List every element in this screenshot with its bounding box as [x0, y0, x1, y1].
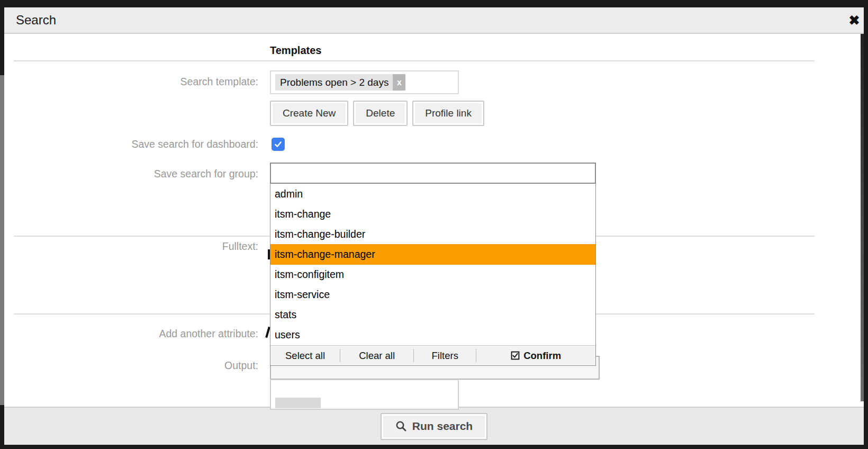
- dropdown-option-users[interactable]: users: [270, 325, 595, 345]
- save-dashboard-label: Save search for dashboard:: [14, 138, 258, 150]
- confirm-link[interactable]: Confirm: [476, 346, 595, 365]
- confirm-label: Confirm: [523, 350, 561, 362]
- output-select[interactable]: [270, 379, 459, 410]
- page-edge-artifact: [0, 405, 4, 449]
- page-frame-bottom: [0, 445, 868, 449]
- dropdown-option-itsm-change-manager[interactable]: itsm-change-manager: [270, 244, 595, 264]
- close-icon[interactable]: ✖: [845, 11, 863, 30]
- save-group-dropdown: admin itsm-change itsm-change-builder it…: [270, 184, 596, 366]
- profile-link-button[interactable]: Profile link: [412, 101, 484, 126]
- delete-button[interactable]: Delete: [353, 101, 408, 126]
- dropdown-option-stats[interactable]: stats: [270, 305, 595, 325]
- search-template-label: Search template:: [14, 76, 258, 88]
- checked-box-icon: [511, 351, 520, 360]
- output-tag: [275, 398, 321, 408]
- create-new-button[interactable]: Create New: [270, 101, 348, 126]
- run-search-button[interactable]: Run search: [381, 413, 487, 440]
- templates-heading: Templates: [270, 44, 321, 57]
- dropdown-option-itsm-change[interactable]: itsm-change: [270, 204, 595, 224]
- fulltext-label: Fulltext:: [14, 240, 258, 253]
- dropdown-option-itsm-configitem[interactable]: itsm-configitem: [270, 265, 595, 285]
- dialog-body: Templates Search template: Problems open…: [4, 34, 861, 407]
- page-edge-artifact: [861, 34, 864, 401]
- checkmark-icon: [274, 140, 283, 149]
- page-frame-top: [0, 0, 868, 7]
- section-divider: [14, 60, 815, 61]
- search-template-tag: Problems open > 2 days x: [275, 74, 405, 91]
- dialog-title: Search: [16, 13, 56, 28]
- dropdown-option-admin[interactable]: admin: [270, 184, 595, 204]
- page-edge-artifact: [0, 0, 4, 75]
- run-search-label: Run search: [412, 420, 473, 433]
- add-attribute-label: Add another attribute:: [14, 328, 258, 340]
- dropdown-option-itsm-service[interactable]: itsm-service: [270, 285, 595, 305]
- select-all-link[interactable]: Select all: [270, 346, 340, 365]
- search-template-input[interactable]: Problems open > 2 days x: [270, 70, 459, 94]
- filters-link[interactable]: Filters: [414, 346, 476, 365]
- search-icon: [395, 420, 407, 432]
- page-frame-right: [864, 0, 868, 449]
- save-dashboard-checkbox[interactable]: [272, 138, 285, 151]
- dialog-titlebar: Search ✖: [4, 7, 864, 34]
- dialog-footer-bar: Run search: [4, 407, 864, 445]
- dropdown-option-list: admin itsm-change itsm-change-builder it…: [270, 184, 595, 345]
- dropdown-option-itsm-change-builder[interactable]: itsm-change-builder: [270, 224, 595, 244]
- page-edge-artifact: [0, 75, 4, 405]
- dropdown-footer: Select all Clear all Filters Confirm: [270, 345, 595, 365]
- output-label: Output:: [14, 360, 258, 372]
- remove-tag-button[interactable]: x: [393, 74, 405, 91]
- search-dialog: Search ✖ Templates Search template: Prob…: [0, 0, 868, 449]
- save-group-input[interactable]: [270, 163, 596, 184]
- save-group-label: Save search for group:: [14, 168, 258, 180]
- search-template-tag-text: Problems open > 2 days: [280, 77, 388, 88]
- template-buttons-row: Create New Delete Profile link: [270, 101, 484, 126]
- clear-all-link[interactable]: Clear all: [340, 346, 413, 365]
